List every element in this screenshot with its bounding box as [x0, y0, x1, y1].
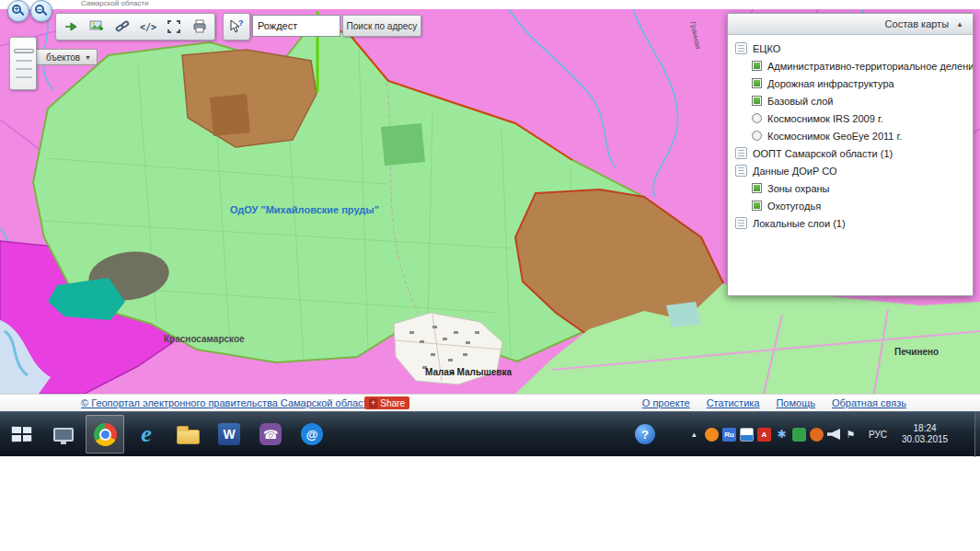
- footer-link-feedback[interactable]: Обратная связь: [832, 397, 906, 408]
- layer-group-local-layers[interactable]: Локальные слои (1): [728, 214, 973, 232]
- radio-unchecked-icon[interactable]: [752, 113, 762, 123]
- layer-group-icon: [735, 147, 747, 159]
- question-mark-icon: ?: [641, 428, 649, 442]
- layer-group-icon: [735, 42, 747, 54]
- taskbar-clock[interactable]: 18:24 30.03.2015: [902, 423, 948, 446]
- map-paleteal-patch: [666, 302, 701, 327]
- navigate-back-button[interactable]: [59, 16, 83, 38]
- system-tray: ▴ Ru A ✱ ⚑ РУС 18:24 30.03.2015: [692, 423, 957, 446]
- identify-button[interactable]: ?: [226, 16, 247, 38]
- layer-item-irs-2009[interactable]: Космоснимок IRS 2009 г.: [728, 109, 973, 127]
- viber-button[interactable]: ☎: [251, 415, 290, 453]
- fullscreen-icon: [167, 19, 181, 34]
- address-search-input[interactable]: [252, 15, 340, 37]
- embed-code-icon: </>: [140, 22, 156, 32]
- share-button[interactable]: + Share: [364, 396, 409, 409]
- layers-panel-header[interactable]: Состав карты ▲: [728, 14, 973, 35]
- tray-chat-icon[interactable]: [792, 428, 806, 442]
- layer-item-admin-division[interactable]: Административно-территориальное деление: [728, 57, 973, 75]
- checkbox-checked-icon[interactable]: [752, 183, 762, 193]
- map-label-protected-area: ОдОУ "Михайловские пруды": [230, 204, 379, 215]
- site-note: Самарской области: [81, 0, 148, 7]
- layer-group-oopt[interactable]: ООПТ Самарской области (1): [728, 144, 973, 162]
- chevron-down-icon: ▼: [85, 54, 91, 61]
- embed-code-button[interactable]: </>: [136, 16, 160, 38]
- mailru-button[interactable]: @: [293, 415, 331, 453]
- tray-snowflake-icon[interactable]: ✱: [775, 428, 789, 442]
- show-desktop-button[interactable]: [974, 412, 980, 457]
- layers-tree: ЕЦКО Административно-территориальное дел…: [728, 35, 973, 232]
- layers-panel: Состав карты ▲ ЕЦКО Административно-терр…: [727, 13, 974, 296]
- word-icon: W: [218, 423, 240, 445]
- identify-toolbar: ?: [223, 13, 250, 40]
- layer-item-protection-zones[interactable]: Зоны охраны: [728, 179, 973, 197]
- layer-item-base-layer[interactable]: Базовый слой: [728, 92, 973, 109]
- remote-desktop-button[interactable]: [44, 415, 83, 453]
- identify-cursor-icon: ?: [228, 18, 245, 35]
- copyright-link[interactable]: © Геопортал электронного правительства С…: [81, 397, 401, 408]
- fullscreen-button[interactable]: [162, 16, 186, 38]
- tray-pdf-icon[interactable]: A: [757, 428, 771, 442]
- map-toolbar: </>: [55, 13, 215, 40]
- chrome-icon: [94, 423, 117, 446]
- radio-unchecked-icon[interactable]: [752, 131, 762, 141]
- page-header-strip: Самарской области: [0, 0, 980, 9]
- zoom-out-icon: −: [35, 5, 44, 14]
- print-button[interactable]: [188, 16, 212, 38]
- zoom-slider[interactable]: [9, 37, 37, 90]
- internet-explorer-icon: e: [141, 422, 152, 446]
- tray-photo-icon[interactable]: [740, 428, 754, 442]
- map-label-krasnosamarskoe: Красносамарское: [164, 334, 245, 344]
- clock-time: 18:24: [902, 423, 948, 435]
- folder-icon: [177, 430, 200, 444]
- layer-group-doir[interactable]: Данные ДОиР СО: [728, 162, 973, 179]
- share-plus-icon: +: [369, 398, 377, 408]
- address-search-button[interactable]: Поиск по адресу: [342, 15, 421, 37]
- page-footer: © Геопортал электронного правительства С…: [0, 394, 980, 411]
- volume-icon[interactable]: [827, 429, 840, 440]
- language-indicator[interactable]: РУС: [869, 430, 887, 440]
- windows-taskbar: e W ☎ @ ? ▴ Ru A ✱ ⚑ РУС: [0, 411, 980, 456]
- viber-phone-icon: ☎: [259, 423, 282, 445]
- file-explorer-button[interactable]: [168, 415, 207, 453]
- layer-item-road-infrastructure[interactable]: Дорожная инфраструктура: [728, 75, 973, 92]
- add-image-icon: [89, 19, 104, 34]
- checkbox-checked-icon[interactable]: [752, 96, 762, 106]
- objects-dropdown-label: бъектов: [46, 52, 80, 63]
- tray-orange-app-icon[interactable]: [705, 428, 719, 442]
- layers-panel-title: Состав карты: [885, 18, 950, 29]
- map-darkgreen-patch: [381, 123, 425, 166]
- mailru-at-icon: @: [301, 423, 323, 445]
- tray-ru-badge-icon[interactable]: Ru: [722, 428, 736, 442]
- layer-item-hunting-grounds[interactable]: Охотугодья: [728, 197, 973, 214]
- zoom-out-button[interactable]: −: [30, 0, 52, 22]
- map-label-malaya-malyshevka: Малая Малышевка: [425, 367, 512, 377]
- checkbox-checked-icon[interactable]: [752, 78, 762, 88]
- zoom-in-button[interactable]: +: [7, 0, 29, 22]
- help-button[interactable]: ?: [635, 424, 655, 444]
- chrome-button[interactable]: [86, 415, 124, 453]
- get-link-button[interactable]: [110, 16, 134, 38]
- add-image-button[interactable]: [85, 16, 109, 38]
- checkbox-checked-icon[interactable]: [752, 61, 762, 71]
- svg-text:?: ?: [238, 18, 244, 28]
- internet-explorer-button[interactable]: e: [127, 415, 166, 453]
- footer-link-about[interactable]: О проекте: [642, 397, 690, 408]
- tray-browser-icon[interactable]: [810, 428, 824, 442]
- layer-group-ecko[interactable]: ЕЦКО: [728, 40, 973, 57]
- footer-link-statistics[interactable]: Статистика: [707, 397, 760, 408]
- word-button[interactable]: W: [210, 415, 248, 453]
- collapse-icon: ▲: [956, 20, 963, 29]
- clock-date: 30.03.2015: [902, 434, 948, 446]
- layer-group-icon: [735, 217, 747, 229]
- checkbox-checked-icon[interactable]: [752, 201, 762, 211]
- zoom-slider-handle[interactable]: [14, 49, 34, 53]
- layer-item-geoeye-2011[interactable]: Космоснимок GeoEye 2011 г.: [728, 127, 973, 144]
- footer-link-help[interactable]: Помощь: [776, 397, 815, 408]
- start-button[interactable]: [3, 415, 41, 453]
- print-icon: [192, 19, 207, 34]
- tray-chevron-icon[interactable]: ▴: [692, 430, 701, 439]
- action-center-flag-icon[interactable]: ⚑: [844, 428, 858, 442]
- desktop: Самарской области: [0, 0, 980, 551]
- link-icon: [115, 19, 130, 34]
